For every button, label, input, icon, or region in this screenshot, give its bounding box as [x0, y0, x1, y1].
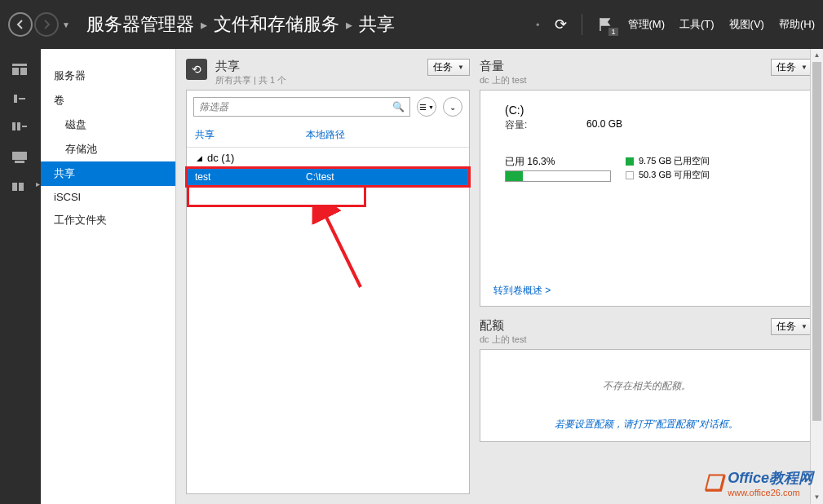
watermark-logo-icon: ❏: [704, 471, 723, 496]
crumb-root[interactable]: 服务器管理器: [86, 12, 194, 37]
legend-used: 9.75 GB 已用空间: [639, 155, 710, 167]
used-label: 已用 16.3%: [505, 155, 626, 169]
filter-input-wrap[interactable]: 🔍: [193, 97, 410, 117]
share-icon: ⟲: [186, 59, 207, 80]
grid-header: 共享 本地路径: [187, 123, 469, 148]
nav-iscsi[interactable]: iSCSI: [41, 186, 175, 208]
rail-storage-icon[interactable]: [12, 181, 29, 194]
usage-bar: [505, 170, 611, 182]
quota-box: 不存在相关的配额。 若要设置配额，请打开"配置配额"对话框。: [480, 349, 813, 442]
volume-panel-title: 音量: [480, 59, 526, 74]
goto-volume-link[interactable]: 转到卷概述 >: [493, 284, 551, 298]
quota-panel-title: 配额: [480, 318, 526, 334]
notifications-flag[interactable]: 1: [597, 16, 613, 33]
svg-rect-6: [17, 122, 20, 130]
col-path[interactable]: 本地路径: [306, 128, 345, 142]
volume-tasks-button[interactable]: 任务▼: [771, 59, 813, 76]
menu-help[interactable]: 帮助(H): [779, 17, 815, 32]
quota-config-link[interactable]: 若要设置配额，请打开"配置配额"对话框。: [493, 418, 799, 431]
bullet: •: [536, 19, 540, 31]
view-options-button[interactable]: ☰▼: [417, 97, 436, 117]
vertical-scrollbar[interactable]: ▲ ▼: [810, 49, 823, 504]
group-row-dc[interactable]: ◢dc (1): [187, 148, 469, 168]
crumb-sep: ▸: [201, 17, 207, 33]
share-row-test[interactable]: test C:\test: [187, 168, 469, 186]
breadcrumb: 服务器管理器 ▸ 文件和存储服务 ▸ 共享: [86, 12, 536, 37]
rail-server-icon[interactable]: [12, 93, 29, 106]
filter-input[interactable]: [199, 101, 392, 113]
menu-view[interactable]: 视图(V): [729, 17, 764, 32]
drive-label: (C:): [505, 104, 799, 117]
capacity-value: 60.0 GB: [586, 118, 622, 132]
crumb-service[interactable]: 文件和存储服务: [214, 12, 339, 37]
icon-rail: [0, 49, 41, 504]
svg-rect-2: [20, 68, 27, 75]
svg-rect-1: [12, 68, 19, 75]
rail-dashboard-icon[interactable]: [12, 64, 29, 77]
scroll-up-icon[interactable]: ▲: [811, 49, 823, 62]
nav-pools[interactable]: 存储池: [41, 137, 175, 161]
quota-empty-msg: 不存在相关的配额。: [493, 379, 799, 393]
menu-manage[interactable]: 管理(M): [628, 17, 666, 32]
svg-rect-3: [14, 95, 17, 103]
share-list-box: 🔍 ☰▼ ⌄ 共享 本地路径 ◢dc (1) test C:\test: [186, 90, 470, 494]
quota-tasks-button[interactable]: 任务▼: [771, 318, 813, 335]
svg-rect-7: [22, 126, 27, 127]
rail-all-icon[interactable]: [12, 122, 29, 135]
forward-button: [34, 12, 59, 37]
scroll-thumb[interactable]: [812, 62, 821, 421]
nav-servers[interactable]: 服务器: [41, 64, 175, 88]
nav-volumes[interactable]: 卷: [41, 88, 175, 113]
cell-share-path: C:\test: [306, 171, 334, 183]
cell-share-name: test: [195, 171, 306, 183]
capacity-label: 容量:: [505, 118, 586, 132]
quota-panel-subtitle: dc 上的 test: [480, 334, 526, 346]
separator: [582, 14, 582, 35]
annotation-redbox: [187, 186, 366, 207]
menu-tools[interactable]: 工具(T): [679, 17, 715, 32]
flag-count: 1: [608, 28, 617, 36]
svg-rect-4: [19, 98, 25, 99]
breadcrumb-dropdown[interactable]: ▼: [62, 20, 70, 29]
nav-shares[interactable]: 共享: [41, 161, 175, 186]
refresh-icon[interactable]: ⟳: [555, 15, 567, 33]
legend-used-swatch: [626, 157, 634, 166]
share-panel-title: 共享: [215, 59, 286, 74]
search-icon[interactable]: 🔍: [392, 101, 405, 113]
expand-button[interactable]: ⌄: [443, 97, 462, 117]
svg-rect-5: [12, 122, 15, 130]
col-share[interactable]: 共享: [195, 128, 306, 142]
crumb-sep: ▸: [346, 17, 352, 33]
legend-free: 50.3 GB 可用空间: [639, 169, 710, 181]
legend-free-swatch: [626, 171, 634, 179]
volume-panel-subtitle: dc 上的 test: [480, 74, 526, 86]
volume-box: (C:) 容量:60.0 GB 已用 16.3% 9.75 GB 已用空间 50…: [480, 90, 813, 307]
nav-disks[interactable]: 磁盘: [41, 113, 175, 137]
svg-rect-11: [19, 183, 24, 191]
svg-rect-8: [12, 152, 27, 160]
usage-bar-fill: [506, 171, 523, 181]
crumb-shares[interactable]: 共享: [359, 12, 395, 37]
share-panel-subtitle: 所有共享 | 共 1 个: [215, 74, 286, 86]
collapse-icon: ◢: [197, 154, 202, 162]
nav-workfolders[interactable]: 工作文件夹: [41, 208, 175, 232]
svg-rect-9: [15, 161, 24, 163]
share-tasks-button[interactable]: 任务▼: [427, 59, 470, 76]
watermark: ❏ Office教程网 www.office26.com: [704, 468, 813, 497]
rail-addc-icon[interactable]: [12, 152, 29, 165]
svg-rect-0: [12, 64, 27, 66]
svg-rect-10: [12, 183, 17, 191]
nav-panel: 服务器 卷 磁盘 存储池 共享 iSCSI 工作文件夹: [41, 49, 176, 504]
back-button[interactable]: [8, 12, 33, 37]
